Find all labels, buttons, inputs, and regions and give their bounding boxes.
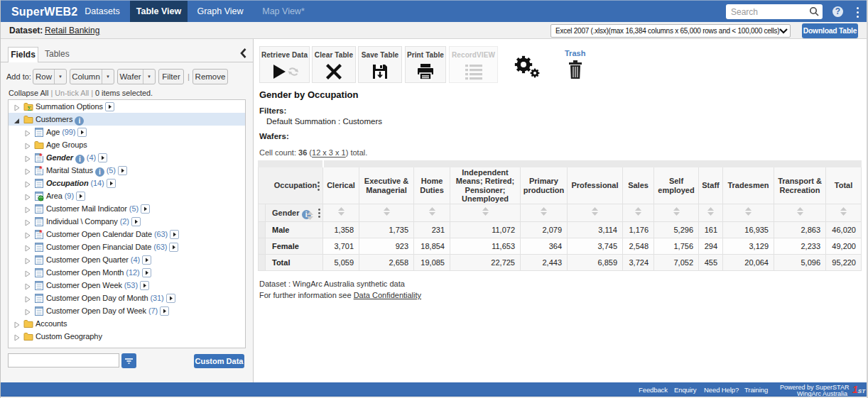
svg-text:Σ: Σ [28, 105, 32, 112]
